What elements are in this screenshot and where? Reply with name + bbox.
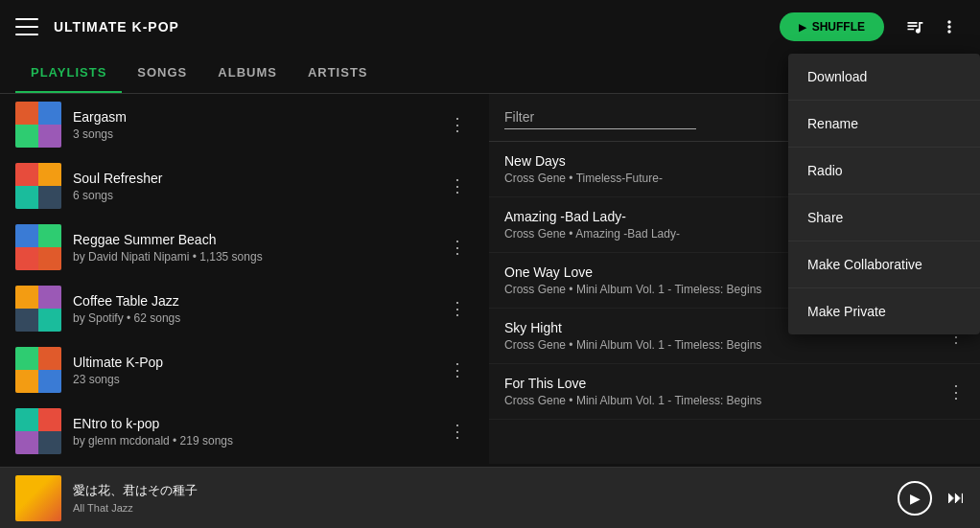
playlist-name: Eargasm — [73, 109, 441, 125]
list-item[interactable]: ENtro to k-pop by glenn mcdonald • 219 s… — [0, 401, 489, 462]
list-item[interactable]: Ultimate K-Pop 23 songs ⋮ — [0, 339, 489, 401]
playlist-panel: Eargasm 3 songs ⋮ Soul Refresher 6 songs… — [0, 94, 489, 464]
playlist-thumb-entro — [15, 408, 61, 454]
tab-albums[interactable]: ALBUMS — [202, 54, 292, 93]
context-menu-make-collaborative[interactable]: Make Collaborative — [788, 241, 980, 288]
song-more-button[interactable]: ⋮ — [947, 381, 965, 402]
playlist-more-button[interactable]: ⋮ — [441, 172, 474, 200]
playlist-meta: by Spotify • 62 songs — [73, 311, 441, 325]
tab-playlists[interactable]: PLAYLISTS — [15, 54, 122, 93]
playlist-name: Reggae Summer Beach — [73, 232, 441, 247]
playlist-meta: 23 songs — [73, 373, 441, 386]
playlist-name: Soul Refresher — [73, 171, 441, 186]
filter-input[interactable] — [504, 105, 696, 129]
playlist-more-button[interactable]: ⋮ — [441, 417, 474, 446]
list-item[interactable]: Coffee Table Jazz by Spotify • 62 songs … — [0, 278, 489, 339]
list-item[interactable]: For This Love Cross Gene • Mini Album Vo… — [489, 364, 980, 420]
now-playing-thumb — [15, 475, 61, 521]
now-playing-title: 愛は花、君はその種子 — [73, 482, 898, 499]
playlist-info: Reggae Summer Beach by David Nipati Nipa… — [73, 232, 441, 264]
list-item[interactable]: Reggae Summer Beach by David Nipati Nipa… — [0, 217, 489, 278]
song-meta: Cross Gene • Mini Album Vol. 1 - Timeles… — [504, 394, 947, 407]
playlist-meta: by David Nipati Nipami • 1,135 songs — [73, 250, 441, 264]
context-menu-radio[interactable]: Radio — [788, 148, 980, 195]
playlist-name: Ultimate K-Pop — [73, 355, 441, 370]
skip-next-button[interactable]: ⏭ — [947, 488, 965, 508]
tab-artists[interactable]: ARTISTS — [292, 54, 384, 93]
app-title: ULTIMATE K-POP — [54, 19, 780, 34]
playlist-meta: by glenn mcdonald • 219 songs — [73, 434, 441, 448]
playlist-thumb-ultimate — [15, 347, 61, 393]
playlist-thumb-eargasm — [15, 102, 61, 148]
playlist-more-button[interactable]: ⋮ — [441, 294, 474, 323]
playlist-name: Coffee Table Jazz — [73, 293, 441, 309]
context-menu-download[interactable]: Download — [788, 54, 980, 101]
now-playing-artist: All That Jazz — [73, 502, 898, 514]
context-menu-rename[interactable]: Rename — [788, 101, 980, 148]
context-menu-make-private[interactable]: Make Private — [788, 288, 980, 334]
playlist-name: ENtro to k-pop — [73, 416, 441, 431]
queue-icon[interactable] — [899, 11, 930, 42]
shuffle-button[interactable]: SHUFFLE — [780, 12, 884, 41]
now-playing-info: 愛は花、君はその種子 All That Jazz — [73, 482, 898, 514]
playlist-more-button[interactable]: ⋮ — [441, 233, 474, 262]
song-meta: Cross Gene • Mini Album Vol. 1 - Timeles… — [504, 338, 947, 352]
now-playing-bar: 愛は花、君はその種子 All That Jazz ▶ ⏭ — [0, 467, 980, 528]
playlist-info: Eargasm 3 songs — [73, 109, 441, 141]
list-item[interactable]: Soul Refresher 6 songs ⋮ — [0, 155, 489, 217]
song-info: For This Love Cross Gene • Mini Album Vo… — [504, 376, 947, 407]
playlist-info: Ultimate K-Pop 23 songs — [73, 355, 441, 386]
playlist-thumb-coffee — [15, 286, 61, 332]
song-name: For This Love — [504, 376, 947, 391]
playlist-meta: 3 songs — [73, 127, 441, 141]
list-item[interactable]: Eargasm 3 songs ⋮ — [0, 94, 489, 155]
more-options-icon[interactable] — [934, 11, 965, 42]
playlist-more-button[interactable]: ⋮ — [441, 110, 474, 139]
app-header: ULTIMATE K-POP SHUFFLE — [0, 0, 980, 54]
menu-icon[interactable] — [15, 15, 38, 38]
tab-songs[interactable]: SONGS — [122, 54, 202, 93]
playlist-meta: 6 songs — [73, 189, 441, 202]
playlist-more-button[interactable]: ⋮ — [441, 356, 474, 384]
playlist-thumb-reggae — [15, 224, 61, 270]
context-menu-share[interactable]: Share — [788, 195, 980, 241]
play-pause-button[interactable]: ▶ — [898, 481, 932, 516]
playback-controls: ▶ ⏭ — [898, 481, 965, 516]
playlist-info: Coffee Table Jazz by Spotify • 62 songs — [73, 293, 441, 325]
playlist-info: Soul Refresher 6 songs — [73, 171, 441, 202]
context-menu: Download Rename Radio Share Make Collabo… — [788, 54, 980, 334]
playlist-info: ENtro to k-pop by glenn mcdonald • 219 s… — [73, 416, 441, 448]
playlist-thumb-soul — [15, 163, 61, 209]
